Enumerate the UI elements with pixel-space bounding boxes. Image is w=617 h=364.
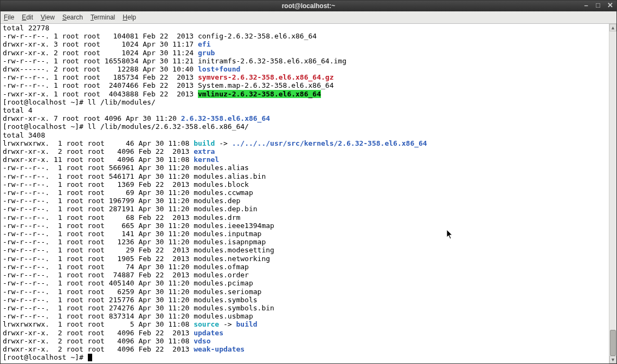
- line: -rw-r--r--. 1 root root 287191 Apr 30 11…: [3, 205, 258, 213]
- line: -rwxr-xr-x. 1 root root 4043888 Feb 22 2…: [3, 90, 198, 98]
- menu-file[interactable]: File: [4, 14, 14, 21]
- dir-efi: efi: [198, 40, 210, 48]
- scrollbar-track[interactable]: [609, 31, 616, 356]
- menubar: File Edit View Search Terminal Help: [1, 11, 616, 24]
- line: -rw-r--r--. 1 root root 546171 Apr 30 11…: [3, 172, 266, 180]
- line: -rw-r--r--. 1 root root 274276 Apr 30 11…: [3, 304, 274, 312]
- cursor: [88, 354, 92, 361]
- terminal-window: root@localhost:~ – □ ✕ File Edit View Se…: [0, 0, 617, 364]
- line: drwxr-xr-x. 2 root root 4096 Apr 30 11:0…: [3, 337, 194, 345]
- menu-view[interactable]: View: [41, 14, 55, 21]
- line: drwxr-xr-x. 7 root root 4096 Apr 30 11:2…: [3, 114, 181, 122]
- line: -rw-r--r--. 1 root root 69 Apr 30 11:20 …: [3, 188, 253, 197]
- minimize-button[interactable]: –: [582, 2, 590, 9]
- line: -rw-r--r--. 1 root root 1905 Feb 22 2013…: [3, 255, 270, 263]
- line: drwxr-xr-x. 2 root root 1024 Apr 30 11:2…: [3, 49, 198, 57]
- dir-lostfound: lost+found: [198, 65, 240, 73]
- dir-weak: weak-updates: [194, 345, 245, 353]
- line: -rw-r--r--. 1 root root 405140 Apr 30 11…: [3, 279, 253, 287]
- line: -rw-r--r--. 1 root root 1236 Apr 30 11:2…: [3, 238, 266, 246]
- dir-vdso: vdso: [194, 337, 210, 345]
- menu-help[interactable]: Help: [123, 14, 136, 21]
- prompt: [root@localhost ~]# ll /lib/modules/: [3, 98, 156, 106]
- line: total 3408: [3, 131, 45, 139]
- line: total 4: [3, 106, 33, 114]
- menu-search[interactable]: Search: [62, 14, 83, 21]
- dir-updates: updates: [194, 329, 223, 337]
- line: -rw-r--r--. 1 root root 196799 Apr 30 11…: [3, 197, 240, 205]
- link-build: build: [194, 139, 215, 147]
- window-title: root@localhost:~: [282, 2, 336, 10]
- line: -rw-r--r--. 1 root root 185734 Feb 22 20…: [3, 73, 198, 81]
- menu-edit[interactable]: Edit: [22, 14, 33, 21]
- maximize-button[interactable]: □: [594, 2, 602, 9]
- line: -rw-r--r--. 1 root root 68 Feb 22 2013 m…: [3, 213, 240, 222]
- link-source: source: [194, 320, 219, 328]
- window-controls: – □ ✕: [582, 2, 614, 9]
- line: drwxr-xr-x. 2 root root 4096 Feb 22 2013: [3, 345, 194, 353]
- line: -rw-r--r--. 1 root root 141 Apr 30 11:20…: [3, 230, 261, 238]
- line: drwxr-xr-x. 11 root root 4096 Apr 30 11:…: [3, 155, 194, 164]
- titlebar[interactable]: root@localhost:~ – □ ✕: [1, 1, 616, 11]
- line: -rw-r--r--. 1 root root 74887 Feb 22 201…: [3, 271, 249, 279]
- line: -rw-r--r--. 1 root root 1369 Feb 22 2013…: [3, 180, 249, 188]
- line: lrwxrwxrwx. 1 root root 46 Apr 30 11:08: [3, 139, 194, 147]
- dir-extra: extra: [194, 147, 215, 155]
- terminal-output[interactable]: total 22778 -rw-r--r--. 1 root root 1040…: [1, 24, 609, 363]
- line: total 22778: [3, 24, 49, 32]
- line: drwxr-xr-x. 2 root root 4096 Feb 22 2013: [3, 147, 194, 155]
- scroll-up-icon[interactable]: ▲: [609, 24, 616, 31]
- terminal-area: total 22778 -rw-r--r--. 1 root root 1040…: [1, 24, 616, 363]
- dir-grub: grub: [198, 49, 215, 57]
- line: drwx------. 2 root root 12288 Apr 30 10:…: [3, 65, 198, 73]
- line: drwxr-xr-x. 2 root root 4096 Feb 22 2013: [3, 329, 194, 337]
- file-vmlinuz: vmlinuz-2.6.32-358.el6.x86_64: [198, 90, 321, 98]
- line: -rw-r--r--. 1 root root 215776 Apr 30 11…: [3, 296, 258, 304]
- line: lrwxrwxrwx. 1 root root 5 Apr 30 11:08: [3, 320, 194, 328]
- link-target-build: build: [236, 320, 257, 328]
- scroll-down-icon[interactable]: ▼: [609, 356, 616, 363]
- line: -rw-r--r--. 1 root root 104081 Feb 22 20…: [3, 32, 317, 40]
- line: -rw-r--r--. 1 root root 74 Apr 30 11:20 …: [3, 263, 249, 271]
- line: -rw-r--r--. 1 root root 29 Feb 22 2013 m…: [3, 246, 274, 254]
- prompt: [root@localhost ~]#: [3, 353, 88, 361]
- dir-kernel: kernel: [194, 155, 219, 164]
- menu-terminal[interactable]: Terminal: [91, 14, 115, 21]
- line: -rw-r--r--. 1 root root 6259 Apr 30 11:2…: [3, 288, 261, 296]
- file-symvers: symvers-2.6.32-358.el6.x86_64.gz: [198, 73, 333, 81]
- prompt: [root@localhost ~]# ll /lib/modules/2.6.…: [3, 122, 249, 131]
- line: -rw-r--r--. 1 root root 665 Apr 30 11:20…: [3, 222, 274, 230]
- line: -rw-r--r--. 1 root root 837314 Apr 30 11…: [3, 312, 253, 320]
- line: -rw-r--r--. 1 root root 2407466 Feb 22 2…: [3, 81, 333, 89]
- link-target: ../../../usr/src/kernels/2.6.32-358.el6.…: [232, 139, 427, 147]
- close-button[interactable]: ✕: [606, 2, 614, 9]
- line: -rw-r--r--. 1 root root 16558034 Apr 30 …: [3, 57, 346, 65]
- line: drwxr-xr-x. 3 root root 1024 Apr 30 11:1…: [3, 40, 198, 48]
- scrollbar-thumb[interactable]: [610, 330, 616, 356]
- line: -rw-r--r--. 1 root root 566961 Apr 30 11…: [3, 164, 249, 172]
- scrollbar[interactable]: ▲ ▼: [609, 24, 616, 363]
- dir-kver: 2.6.32-358.el6.x86_64: [181, 114, 270, 122]
